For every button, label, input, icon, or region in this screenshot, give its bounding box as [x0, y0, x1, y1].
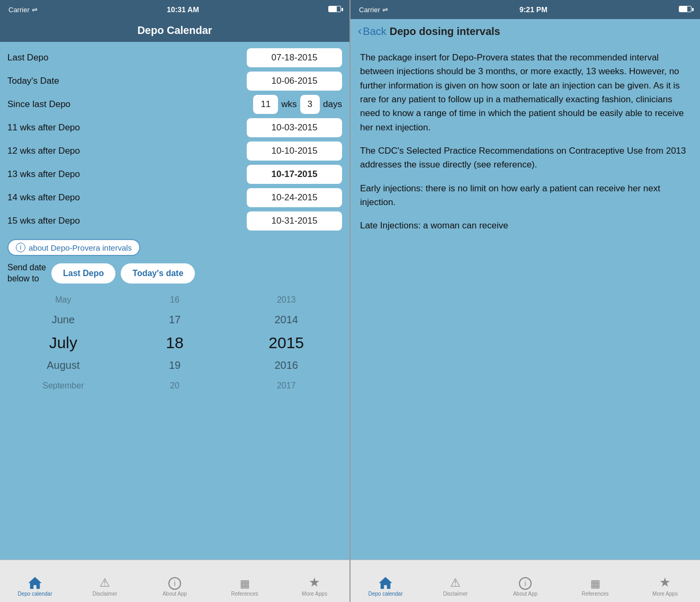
right-tab-more-apps-label: More Apps — [652, 591, 678, 597]
day-16: 16 — [119, 290, 231, 310]
right-references-icon: ▦ — [590, 577, 600, 590]
svg-marker-1 — [379, 577, 392, 589]
back-button[interactable]: ‹ Back — [358, 24, 387, 38]
send-label: Send date below to — [7, 262, 46, 285]
right-carrier-text: Carrier — [359, 6, 380, 14]
wifi-icon: ⇌ — [32, 6, 38, 14]
since-last-depo-row: Since last Depo 11 wks 3 days — [7, 95, 342, 114]
tab-more-apps-label: More Apps — [302, 591, 327, 597]
wk13-label: 13 wks after Depo — [7, 169, 80, 180]
right-detail-header: ‹ Back Depo dosing intervals — [351, 19, 700, 43]
right-detail-content: The package insert for Depo-Provera stat… — [351, 43, 700, 560]
tab-about-app[interactable]: i About App — [140, 577, 210, 599]
right-carrier: Carrier ⇌ — [359, 6, 388, 14]
wk12-label: 12 wks after Depo — [7, 146, 80, 156]
year-picker-col[interactable]: 2013 2014 2015 2016 2017 — [230, 290, 342, 396]
tab-references[interactable]: ▦ References — [210, 577, 280, 599]
right-home-icon — [378, 576, 393, 590]
right-wifi-icon: ⇌ — [382, 6, 388, 14]
right-tab-disclaimer-label: Disclaimer — [443, 591, 468, 597]
svg-marker-0 — [29, 577, 41, 589]
day-17: 17 — [119, 310, 231, 330]
todays-date-value[interactable]: 10-06-2015 — [247, 72, 342, 91]
paragraph-1: The package insert for Depo-Provera stat… — [360, 51, 690, 135]
battery-indicator — [328, 6, 341, 14]
right-tab-depo-calendar[interactable]: Depo calendar — [351, 576, 420, 599]
tab-depo-calendar-label: Depo calendar — [17, 591, 52, 597]
right-battery-indicator — [679, 6, 692, 14]
right-info-icon: i — [519, 577, 532, 590]
last-depo-value[interactable]: 07-18-2015 — [247, 48, 342, 67]
wk13-row: 13 wks after Depo 10-17-2015 — [7, 165, 342, 184]
since-days-box[interactable]: 3 — [300, 95, 320, 114]
todays-date-row: Today's Date 10-06-2015 — [7, 72, 342, 91]
day-18: 18 — [119, 330, 231, 356]
left-tab-bar: Depo calendar ⚠ Disclaimer i About App ▦… — [0, 560, 349, 602]
send-todays-date-button[interactable]: Today's date — [121, 263, 195, 284]
wk15-label: 15 wks after Depo — [7, 216, 80, 226]
warning-icon: ⚠ — [100, 576, 110, 590]
tab-disclaimer-label: Disclaimer — [93, 591, 118, 597]
references-icon: ▦ — [240, 577, 250, 590]
app-title: Depo Calendar — [137, 24, 212, 36]
tab-depo-calendar[interactable]: Depo calendar — [0, 576, 70, 599]
right-tab-depo-calendar-label: Depo calendar — [368, 591, 402, 597]
paragraph-3: Early injections: there is no limit on h… — [360, 182, 690, 210]
tab-disclaimer[interactable]: ⚠ Disclaimer — [70, 576, 140, 599]
year-2015: 2015 — [230, 330, 342, 356]
right-tab-references[interactable]: ▦ References — [560, 577, 630, 599]
home-icon — [28, 576, 42, 590]
date-picker[interactable]: May June July August September 16 17 18 … — [7, 290, 342, 396]
year-2017: 2017 — [230, 376, 342, 396]
right-time: 9:21 PM — [519, 5, 548, 14]
right-tab-disclaimer[interactable]: ⚠ Disclaimer — [420, 576, 490, 599]
wk12-row: 12 wks after Depo 10-10-2015 — [7, 141, 342, 161]
back-label: Back — [363, 25, 386, 38]
month-august: August — [7, 355, 119, 375]
right-tab-references-label: References — [581, 591, 608, 597]
right-status-bar: Carrier ⇌ 9:21 PM — [351, 0, 700, 19]
send-last-depo-button[interactable]: Last Depo — [51, 263, 115, 284]
last-depo-row: Last Depo 07-18-2015 — [7, 48, 342, 67]
last-depo-label: Last Depo — [7, 52, 49, 63]
send-row: Send date below to Last Depo Today's dat… — [7, 262, 342, 285]
info-circle-icon: i — [16, 243, 25, 252]
wk14-label: 14 wks after Depo — [7, 192, 80, 203]
month-june: June — [7, 310, 119, 330]
since-last-label: Since last Depo — [7, 99, 70, 110]
star-icon: ★ — [309, 575, 320, 590]
month-picker-col[interactable]: May June July August September — [7, 290, 119, 396]
page-title: Depo dosing intervals — [390, 25, 500, 38]
left-carrier: Carrier ⇌ — [8, 6, 38, 14]
wk15-value: 10-31-2015 — [247, 211, 342, 231]
right-phone: Carrier ⇌ 9:21 PM ‹ Back Depo dosing int… — [351, 0, 700, 602]
right-tab-about-app-label: About App — [513, 591, 537, 597]
month-september: September — [7, 376, 119, 396]
paragraph-4: Late Injections: a woman can receive — [360, 219, 690, 233]
chevron-left-icon: ‹ — [358, 24, 362, 38]
wk11-label: 11 wks after Depo — [7, 122, 80, 133]
day-picker-col[interactable]: 16 17 18 19 20 — [119, 290, 231, 396]
info-icon: i — [168, 577, 181, 590]
year-2016: 2016 — [230, 355, 342, 375]
wk13-value: 10-17-2015 — [247, 165, 342, 184]
left-status-bar: Carrier ⇌ 10:31 AM — [0, 0, 349, 19]
month-july: July — [7, 330, 119, 356]
year-2014: 2014 — [230, 310, 342, 330]
wk12-value: 10-10-2015 — [247, 141, 342, 161]
days-unit: days — [323, 99, 342, 110]
wk14-row: 14 wks after Depo 10-24-2015 — [7, 188, 342, 207]
tab-more-apps[interactable]: ★ More Apps — [280, 575, 349, 599]
wk15-row: 15 wks after Depo 10-31-2015 — [7, 211, 342, 231]
year-2013: 2013 — [230, 290, 342, 310]
left-phone: Carrier ⇌ 10:31 AM Depo Calendar Last De… — [0, 0, 349, 602]
info-button[interactable]: i about Depo-Provera intervals — [7, 239, 140, 256]
right-tab-more-apps[interactable]: ★ More Apps — [630, 575, 700, 599]
right-star-icon: ★ — [659, 575, 671, 590]
info-btn-label: about Depo-Provera intervals — [29, 243, 132, 252]
tab-references-label: References — [231, 591, 258, 597]
since-weeks-box[interactable]: 11 — [253, 95, 278, 114]
right-warning-icon: ⚠ — [450, 576, 461, 590]
wk11-row: 11 wks after Depo 10-03-2015 — [7, 118, 342, 137]
right-tab-about-app[interactable]: i About App — [490, 577, 560, 599]
